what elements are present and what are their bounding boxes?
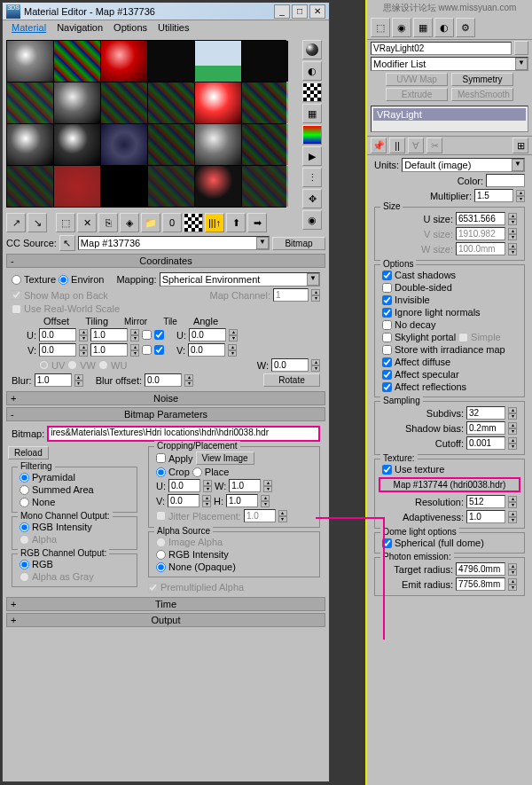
close-button[interactable]: ✕ xyxy=(309,4,325,19)
thumb[interactable] xyxy=(195,124,241,165)
blur-input[interactable] xyxy=(35,373,72,387)
thumb[interactable] xyxy=(242,166,288,207)
subdivs-input[interactable] xyxy=(466,406,505,420)
u-tile[interactable] xyxy=(154,330,164,340)
get-material-icon[interactable]: ↗ xyxy=(6,213,26,232)
pyramidal-radio[interactable] xyxy=(20,473,29,483)
usetex-check[interactable] xyxy=(382,465,392,475)
go-parent-icon[interactable]: ⬆ xyxy=(226,213,246,232)
thumb[interactable] xyxy=(54,41,100,82)
output-rollup[interactable]: +Output xyxy=(6,613,325,627)
reflect-check[interactable] xyxy=(382,382,392,392)
tab-icon[interactable]: ◐ xyxy=(434,18,454,37)
v-angle[interactable] xyxy=(188,343,225,357)
store-check[interactable] xyxy=(382,345,392,355)
shadowbias-input[interactable] xyxy=(466,421,505,435)
rgbint-radio[interactable] xyxy=(156,550,166,560)
u-mirror[interactable] xyxy=(142,330,152,340)
thumb[interactable] xyxy=(101,82,147,123)
thumb[interactable] xyxy=(242,82,288,123)
map-name-dropdown[interactable]: Map #137736▼ xyxy=(78,236,270,250)
show-map-icon[interactable] xyxy=(184,213,203,232)
sample-type-icon[interactable] xyxy=(302,40,322,59)
mono-rgb-radio[interactable] xyxy=(20,522,29,532)
thumb[interactable] xyxy=(101,41,147,82)
cast-check[interactable] xyxy=(382,271,392,280)
multiplier-input[interactable] xyxy=(474,189,513,202)
bitmap-path[interactable]: ires&Materials\Textures\Hdri locations\h… xyxy=(47,426,320,442)
color-swatch[interactable] xyxy=(514,41,528,55)
v-tile[interactable] xyxy=(154,345,164,355)
pin-icon[interactable]: 📌 xyxy=(371,137,387,153)
thumb[interactable] xyxy=(195,41,241,82)
select-icon[interactable]: ✥ xyxy=(302,189,322,208)
tab-icon[interactable]: ⚙ xyxy=(456,18,475,37)
thumb[interactable] xyxy=(195,166,241,207)
u-offset[interactable] xyxy=(39,328,76,341)
adaptive-input[interactable] xyxy=(466,510,505,523)
specular-check[interactable] xyxy=(382,370,392,380)
menu-navigation[interactable]: Navigation xyxy=(51,22,108,35)
environ-radio[interactable] xyxy=(59,275,68,285)
thumb[interactable] xyxy=(101,166,147,207)
object-name[interactable] xyxy=(371,42,512,55)
material-icon[interactable]: ◉ xyxy=(302,210,322,230)
v-mirror[interactable] xyxy=(142,345,152,355)
uvw-button[interactable]: UVW Map xyxy=(386,73,448,86)
units-dropdown[interactable]: Default (image)▼ xyxy=(402,158,525,172)
emit-input[interactable] xyxy=(456,577,505,591)
background-icon[interactable] xyxy=(302,82,322,102)
reload-button[interactable]: Reload xyxy=(8,446,49,459)
tab-icon[interactable]: ◉ xyxy=(392,18,411,37)
crop-v[interactable] xyxy=(168,494,200,507)
w-angle[interactable] xyxy=(271,358,309,372)
texture-radio[interactable] xyxy=(12,275,21,285)
crop-u[interactable] xyxy=(168,479,200,492)
u-tiling[interactable] xyxy=(90,328,128,341)
diffuse-check[interactable] xyxy=(382,357,392,367)
thumb[interactable] xyxy=(7,41,53,82)
tab-icon[interactable]: ⬚ xyxy=(371,18,390,37)
configure-icon[interactable]: ⊞ xyxy=(512,137,528,153)
skylight-check[interactable] xyxy=(382,333,392,342)
menu-material[interactable]: Material xyxy=(6,22,51,35)
minimize-button[interactable]: _ xyxy=(274,4,290,19)
thumb[interactable] xyxy=(7,124,53,165)
coords-rollup[interactable]: -Coordinates xyxy=(6,254,325,268)
thumb[interactable] xyxy=(7,166,53,207)
bluroffset-input[interactable] xyxy=(145,373,182,387)
noise-rollup[interactable]: +Noise xyxy=(6,391,325,405)
tab-icon[interactable]: ▦ xyxy=(413,18,433,37)
target-input[interactable] xyxy=(456,562,505,576)
color-picker[interactable] xyxy=(486,174,525,187)
place-radio[interactable] xyxy=(192,467,202,477)
put-scene-icon[interactable]: ↘ xyxy=(27,213,47,232)
maximize-button[interactable]: □ xyxy=(292,4,308,19)
meshsmooth-button[interactable]: MeshSmooth xyxy=(451,88,513,101)
menu-options[interactable]: Options xyxy=(108,22,153,35)
preview-icon[interactable]: ▶ xyxy=(302,146,322,166)
options-icon[interactable]: ⋮ xyxy=(302,168,322,187)
mapping-dropdown[interactable]: Spherical Environment▼ xyxy=(160,272,320,287)
thumb[interactable] xyxy=(195,82,241,123)
crop-h[interactable] xyxy=(226,494,258,507)
modifier-stack[interactable]: VRayLight xyxy=(371,106,528,132)
backlight-icon[interactable]: ◐ xyxy=(302,61,322,81)
thumb[interactable] xyxy=(242,41,288,82)
none-radio[interactable] xyxy=(20,498,29,507)
copy-icon[interactable]: ⎘ xyxy=(98,213,118,232)
thumb[interactable] xyxy=(148,166,194,207)
view-image-button[interactable]: View Image xyxy=(196,451,254,465)
crop-radio[interactable] xyxy=(156,467,166,477)
show-end-icon[interactable]: |||↑ xyxy=(205,213,224,232)
bitmap-button[interactable]: Bitmap xyxy=(272,237,325,250)
nodecay-check[interactable] xyxy=(382,320,392,330)
sample-uv-icon[interactable]: ▦ xyxy=(302,104,322,123)
bitmap-params-rollup[interactable]: -Bitmap Parameters xyxy=(6,407,325,421)
reset-icon[interactable]: ✕ xyxy=(77,213,97,232)
rgb-radio[interactable] xyxy=(20,560,29,569)
v-offset[interactable] xyxy=(39,343,76,357)
rotate-button[interactable]: Rotate xyxy=(263,373,320,387)
thumb[interactable] xyxy=(101,124,147,165)
ignore-check[interactable] xyxy=(382,308,392,318)
